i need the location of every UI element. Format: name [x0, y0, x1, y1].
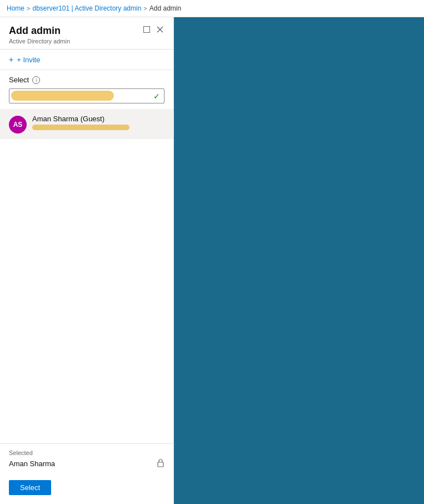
svg-rect-0	[144, 27, 150, 33]
selected-value: Aman Sharma	[9, 459, 55, 468]
panel-subtitle: Active Directory admin	[9, 38, 70, 45]
breadcrumb-separator-1: >	[27, 5, 30, 12]
panel-bottom: Selected Aman Sharma	[0, 443, 173, 475]
panel-title: Add admin	[9, 25, 70, 37]
select-label: Select	[9, 76, 29, 84]
panel-title-group: Add admin Active Directory admin	[9, 25, 70, 45]
result-name: Aman Sharma (Guest)	[32, 115, 104, 123]
add-admin-panel: Add admin Active Directory admin	[0, 17, 174, 504]
select-button-row: Select	[0, 475, 173, 504]
result-info: Aman Sharma (Guest)	[32, 115, 104, 123]
select-button[interactable]: Select	[9, 480, 51, 495]
search-row: ✓	[0, 86, 173, 109]
close-button[interactable]	[156, 25, 164, 34]
results-list: AS Aman Sharma (Guest)	[0, 109, 173, 443]
breadcrumb-separator-2: >	[143, 5, 147, 12]
svg-rect-3	[158, 462, 163, 467]
invite-icon: +	[9, 55, 13, 64]
search-input[interactable]	[9, 88, 164, 103]
breadcrumb-current: Add admin	[149, 4, 181, 12]
invite-label: + Invite	[17, 56, 40, 64]
breadcrumb-server[interactable]: dbserver101 | Active Directory admin	[32, 4, 141, 12]
panel-header: Add admin Active Directory admin	[0, 17, 173, 50]
panel-header-icons	[142, 25, 164, 34]
invite-row[interactable]: + + Invite	[0, 50, 173, 70]
list-item[interactable]: AS Aman Sharma (Guest)	[0, 109, 173, 139]
search-input-wrapper: ✓	[9, 88, 164, 103]
breadcrumb: Home > dbserver101 | Active Directory ad…	[0, 0, 424, 17]
info-icon[interactable]: i	[32, 76, 40, 84]
lock-icon	[157, 458, 164, 469]
avatar: AS	[9, 116, 27, 134]
right-panel	[174, 17, 424, 504]
selected-value-row: Aman Sharma	[9, 458, 164, 469]
selected-label: Selected	[9, 449, 164, 456]
maximize-button[interactable]	[142, 25, 151, 34]
breadcrumb-home[interactable]: Home	[7, 4, 24, 12]
select-label-row: Select i	[0, 70, 173, 86]
